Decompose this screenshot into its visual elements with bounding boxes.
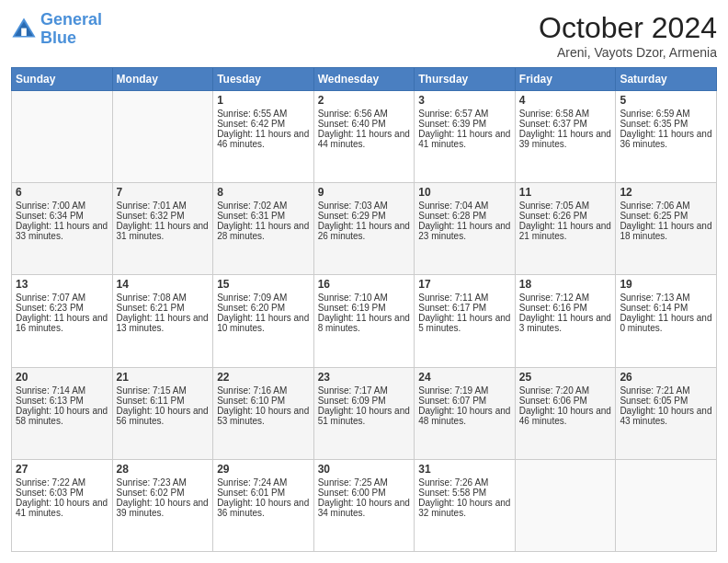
calendar-cell: 19Sunrise: 7:13 AMSunset: 6:14 PMDayligh… bbox=[616, 275, 717, 367]
page: General Blue October 2024 Areni, Vayots … bbox=[0, 0, 728, 563]
day-number: 20 bbox=[16, 371, 108, 384]
day-number: 23 bbox=[318, 371, 411, 384]
daylight-text: Daylight: 11 hours and 44 minutes. bbox=[318, 129, 411, 149]
calendar-cell: 11Sunrise: 7:05 AMSunset: 6:26 PMDayligh… bbox=[515, 183, 616, 275]
sunrise-text: Sunrise: 7:16 AM bbox=[217, 385, 310, 396]
daylight-text: Daylight: 11 hours and 13 minutes. bbox=[117, 313, 210, 333]
day-number: 8 bbox=[217, 186, 310, 199]
calendar-cell: 27Sunrise: 7:22 AMSunset: 6:03 PMDayligh… bbox=[12, 459, 113, 551]
sunset-text: Sunset: 6:25 PM bbox=[620, 211, 712, 221]
sunset-text: Sunset: 6:16 PM bbox=[519, 303, 612, 313]
daylight-text: Daylight: 10 hours and 56 minutes. bbox=[117, 406, 210, 426]
calendar-week-1: 1Sunrise: 6:55 AMSunset: 6:42 PMDaylight… bbox=[12, 91, 717, 183]
sunset-text: Sunset: 6:11 PM bbox=[117, 396, 210, 406]
daylight-text: Daylight: 11 hours and 0 minutes. bbox=[620, 313, 712, 333]
daylight-text: Daylight: 10 hours and 48 minutes. bbox=[418, 406, 511, 426]
logo-text: General Blue bbox=[40, 11, 102, 48]
sunrise-text: Sunrise: 7:12 AM bbox=[519, 293, 612, 303]
calendar-cell: 15Sunrise: 7:09 AMSunset: 6:20 PMDayligh… bbox=[213, 275, 314, 367]
day-number: 12 bbox=[620, 186, 712, 199]
sunrise-text: Sunrise: 7:06 AM bbox=[620, 201, 712, 211]
calendar-cell: 21Sunrise: 7:15 AMSunset: 6:11 PMDayligh… bbox=[112, 367, 213, 459]
calendar-cell bbox=[12, 91, 113, 183]
daylight-text: Daylight: 11 hours and 28 minutes. bbox=[217, 221, 310, 241]
day-number: 16 bbox=[318, 278, 411, 291]
sunrise-text: Sunrise: 7:10 AM bbox=[318, 293, 411, 303]
sunrise-text: Sunrise: 7:21 AM bbox=[620, 385, 712, 396]
sunset-text: Sunset: 6:01 PM bbox=[217, 488, 310, 498]
daylight-text: Daylight: 11 hours and 3 minutes. bbox=[519, 313, 612, 333]
calendar-cell: 6Sunrise: 7:00 AMSunset: 6:34 PMDaylight… bbox=[12, 183, 113, 275]
calendar-cell: 20Sunrise: 7:14 AMSunset: 6:13 PMDayligh… bbox=[12, 367, 113, 459]
sunset-text: Sunset: 6:07 PM bbox=[418, 396, 511, 406]
calendar-cell: 29Sunrise: 7:24 AMSunset: 6:01 PMDayligh… bbox=[213, 459, 314, 551]
calendar-cell: 12Sunrise: 7:06 AMSunset: 6:25 PMDayligh… bbox=[616, 183, 717, 275]
calendar-header-row: SundayMondayTuesdayWednesdayThursdayFrid… bbox=[12, 68, 717, 91]
calendar-cell: 16Sunrise: 7:10 AMSunset: 6:19 PMDayligh… bbox=[313, 275, 415, 367]
calendar-cell: 17Sunrise: 7:11 AMSunset: 6:17 PMDayligh… bbox=[415, 275, 516, 367]
daylight-text: Daylight: 11 hours and 10 minutes. bbox=[217, 313, 310, 333]
calendar-cell: 5Sunrise: 6:59 AMSunset: 6:35 PMDaylight… bbox=[616, 91, 717, 183]
sunset-text: Sunset: 6:31 PM bbox=[217, 211, 310, 221]
calendar-cell: 7Sunrise: 7:01 AMSunset: 6:32 PMDaylight… bbox=[112, 183, 213, 275]
sunset-text: Sunset: 6:17 PM bbox=[418, 303, 511, 313]
daylight-text: Daylight: 11 hours and 39 minutes. bbox=[519, 129, 612, 149]
daylight-text: Daylight: 10 hours and 51 minutes. bbox=[318, 406, 411, 426]
day-number: 14 bbox=[117, 278, 210, 291]
calendar-cell bbox=[112, 91, 213, 183]
daylight-text: Daylight: 10 hours and 34 minutes. bbox=[318, 498, 411, 518]
day-number: 30 bbox=[318, 463, 411, 476]
day-number: 13 bbox=[16, 278, 108, 291]
sunrise-text: Sunrise: 7:03 AM bbox=[318, 201, 411, 211]
calendar-cell: 2Sunrise: 6:56 AMSunset: 6:40 PMDaylight… bbox=[313, 91, 415, 183]
sunrise-text: Sunrise: 7:19 AM bbox=[418, 385, 511, 396]
day-number: 19 bbox=[620, 278, 712, 291]
sunrise-text: Sunrise: 7:05 AM bbox=[519, 201, 612, 211]
sunset-text: Sunset: 6:03 PM bbox=[16, 488, 108, 498]
sunrise-text: Sunrise: 7:20 AM bbox=[519, 385, 612, 396]
calendar-cell: 23Sunrise: 7:17 AMSunset: 6:09 PMDayligh… bbox=[313, 367, 415, 459]
calendar-cell: 30Sunrise: 7:25 AMSunset: 6:00 PMDayligh… bbox=[313, 459, 415, 551]
sunset-text: Sunset: 6:00 PM bbox=[318, 488, 411, 498]
sunrise-text: Sunrise: 7:22 AM bbox=[16, 477, 108, 488]
day-number: 6 bbox=[16, 186, 108, 199]
day-number: 3 bbox=[418, 94, 511, 107]
sunrise-text: Sunrise: 6:59 AM bbox=[620, 109, 712, 119]
daylight-text: Daylight: 11 hours and 41 minutes. bbox=[418, 129, 511, 149]
sunset-text: Sunset: 6:19 PM bbox=[318, 303, 411, 313]
daylight-text: Daylight: 11 hours and 5 minutes. bbox=[418, 313, 511, 333]
sunrise-text: Sunrise: 7:01 AM bbox=[117, 201, 210, 211]
daylight-text: Daylight: 10 hours and 43 minutes. bbox=[620, 406, 712, 426]
calendar-week-4: 20Sunrise: 7:14 AMSunset: 6:13 PMDayligh… bbox=[12, 367, 717, 459]
calendar-cell: 9Sunrise: 7:03 AMSunset: 6:29 PMDaylight… bbox=[313, 183, 415, 275]
logo-icon bbox=[11, 17, 37, 42]
sunset-text: Sunset: 6:37 PM bbox=[519, 119, 612, 129]
sunset-text: Sunset: 6:32 PM bbox=[117, 211, 210, 221]
day-number: 1 bbox=[217, 94, 310, 107]
header: General Blue October 2024 Areni, Vayots … bbox=[11, 11, 717, 60]
day-number: 18 bbox=[519, 278, 612, 291]
svg-rect-2 bbox=[21, 28, 27, 35]
day-header-thursday: Thursday bbox=[415, 68, 516, 91]
day-number: 31 bbox=[418, 463, 511, 476]
sunrise-text: Sunrise: 7:11 AM bbox=[418, 293, 511, 303]
day-number: 17 bbox=[418, 278, 511, 291]
daylight-text: Daylight: 11 hours and 21 minutes. bbox=[519, 221, 612, 241]
daylight-text: Daylight: 11 hours and 36 minutes. bbox=[620, 129, 712, 149]
day-number: 15 bbox=[217, 278, 310, 291]
calendar-cell: 13Sunrise: 7:07 AMSunset: 6:23 PMDayligh… bbox=[12, 275, 113, 367]
sunrise-text: Sunrise: 7:08 AM bbox=[117, 293, 210, 303]
calendar-week-3: 13Sunrise: 7:07 AMSunset: 6:23 PMDayligh… bbox=[12, 275, 717, 367]
day-header-saturday: Saturday bbox=[616, 68, 717, 91]
daylight-text: Daylight: 10 hours and 41 minutes. bbox=[16, 498, 108, 518]
daylight-text: Daylight: 11 hours and 46 minutes. bbox=[217, 129, 310, 149]
sunset-text: Sunset: 6:39 PM bbox=[418, 119, 511, 129]
day-number: 2 bbox=[318, 94, 411, 107]
sunset-text: Sunset: 6:14 PM bbox=[620, 303, 712, 313]
calendar-cell: 18Sunrise: 7:12 AMSunset: 6:16 PMDayligh… bbox=[515, 275, 616, 367]
day-number: 4 bbox=[519, 94, 612, 107]
calendar-table: SundayMondayTuesdayWednesdayThursdayFrid… bbox=[11, 67, 717, 552]
sunset-text: Sunset: 6:02 PM bbox=[117, 488, 210, 498]
sunrise-text: Sunrise: 6:58 AM bbox=[519, 109, 612, 119]
day-number: 11 bbox=[519, 186, 612, 199]
